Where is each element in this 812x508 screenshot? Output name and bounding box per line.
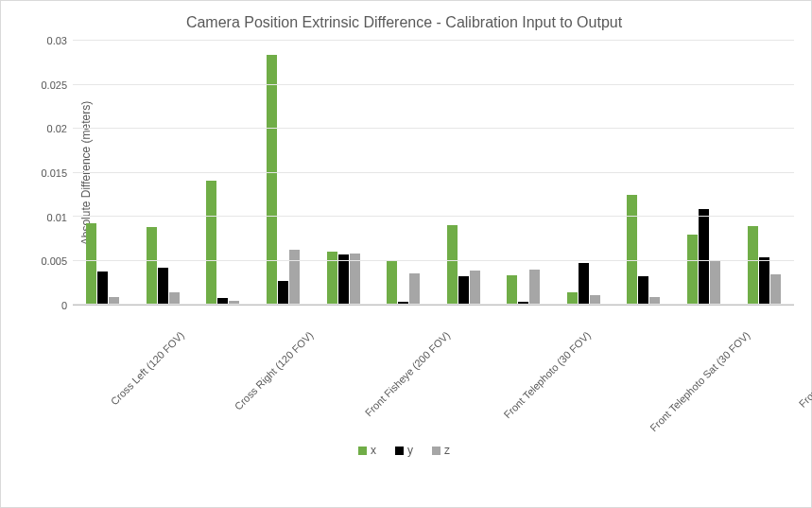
bar-z [289, 250, 300, 305]
y-tick-label: 0.02 [29, 123, 67, 134]
bar-group [193, 41, 253, 305]
bar-x [627, 195, 637, 305]
chart-container: Camera Position Extrinsic Difference - C… [0, 0, 812, 508]
gridline [73, 304, 794, 305]
gridline [73, 172, 794, 173]
gridline [73, 84, 794, 85]
legend-label: z [444, 444, 450, 457]
bar-y [458, 276, 469, 305]
bar-group [133, 41, 194, 305]
legend-item-y: y [395, 444, 413, 457]
gridline [73, 260, 794, 261]
x-axis-ticks: Cross Left (120 FOV)Cross Right (120 FOV… [73, 306, 794, 457]
bar-y [699, 209, 709, 305]
y-tick-label: 0.025 [29, 79, 67, 91]
bar-x [147, 227, 157, 305]
bar-groups [73, 41, 794, 305]
bar-z [529, 270, 540, 305]
y-tick-label: 0.005 [29, 255, 67, 267]
bar-group [493, 41, 554, 305]
bar-group [73, 41, 133, 305]
chart-title: Camera Position Extrinsic Difference - C… [14, 14, 794, 31]
y-axis-ticks: 00.0050.010.0150.020.0250.03 [33, 41, 73, 306]
x-tick-label: Cross Left (120 FOV) [109, 313, 202, 407]
bar-group [613, 41, 674, 305]
legend: xyz [14, 444, 794, 457]
bar-x [447, 225, 458, 305]
legend-label: x [371, 444, 376, 457]
legend-label: y [407, 444, 413, 457]
bar-y [278, 281, 288, 305]
legend-item-x: x [358, 444, 376, 457]
y-tick-label: 0.01 [29, 212, 67, 223]
bar-x [748, 226, 758, 305]
bar-z [350, 254, 360, 305]
bar-x [387, 260, 397, 305]
y-tick-label: 0.015 [29, 167, 67, 179]
bar-group [313, 41, 373, 305]
bar-group [373, 41, 434, 305]
x-tick-label: Front Telephoto (30 FOV) [502, 313, 610, 421]
gridline [73, 216, 794, 217]
legend-swatch [432, 447, 441, 455]
bar-y [158, 268, 168, 305]
legend-item-z: z [432, 444, 450, 457]
bar-group [253, 41, 314, 305]
legend-swatch [395, 447, 404, 455]
bar-x [206, 181, 216, 305]
bar-y [338, 254, 349, 305]
bar-x [687, 235, 698, 305]
x-tick-label: Front Telephoto Sat (30 FOV) [648, 313, 768, 433]
x-tick-label: Front Wide (120 FOV) [796, 313, 812, 410]
bar-z [470, 271, 480, 305]
x-tick-label: Front Fisheye (200 FOV) [363, 313, 468, 418]
bar-group [674, 41, 734, 305]
plot-row: Absolute Difference (meters) 00.0050.010… [14, 41, 794, 306]
bar-y [97, 272, 108, 305]
bar-x [86, 223, 96, 305]
legend-swatch [358, 447, 367, 455]
gridline [73, 40, 794, 41]
bar-z [770, 274, 781, 305]
y-tick-label: 0.03 [29, 35, 67, 46]
x-tick-label: Cross Right (120 FOV) [232, 313, 331, 412]
gridline [73, 128, 794, 129]
bar-y [579, 263, 589, 305]
bar-x [507, 275, 517, 305]
bar-group [433, 41, 493, 305]
bar-group [554, 41, 614, 305]
bar-y [638, 276, 648, 305]
bar-x [267, 55, 277, 305]
bar-z [710, 261, 720, 306]
bar-z [409, 273, 420, 305]
bar-y [759, 257, 769, 305]
bar-group [734, 41, 794, 305]
y-tick-label: 0 [29, 300, 67, 311]
plot-area [73, 41, 794, 306]
